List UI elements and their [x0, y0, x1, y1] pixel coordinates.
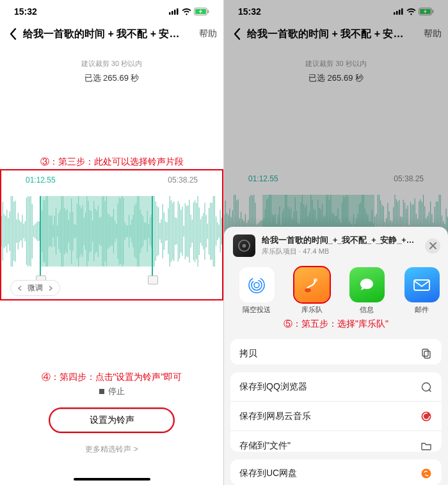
- qqbrowser-icon: [420, 381, 432, 393]
- share-file-subtitle: 库乐队项目 · 47.4 MB: [262, 247, 419, 256]
- trim-hint: 建议裁剪 30 秒以内 已选 265.69 秒: [0, 59, 223, 84]
- svg-point-332: [254, 283, 259, 288]
- annotation-step4: ④：第四步：点击"设置为铃声"即可: [0, 372, 223, 383]
- svg-point-335: [305, 288, 311, 292]
- fine-tune-label: 微调: [28, 283, 43, 293]
- chevron-left-icon: [10, 28, 17, 40]
- svg-rect-339: [424, 351, 430, 358]
- share-app-label: 邮件: [415, 305, 429, 315]
- close-icon: [429, 242, 436, 249]
- set-ringtone-button[interactable]: 设置为铃声: [50, 409, 173, 432]
- fine-tune-button[interactable]: 微调: [10, 280, 60, 296]
- airdrop-icon: [246, 274, 268, 296]
- mail-icon: [411, 274, 433, 296]
- action-label: 保存到QQ浏览器: [239, 381, 307, 393]
- annotation-step5: ⑤：第五步：选择"库乐队": [224, 318, 448, 330]
- svg-point-331: [243, 244, 246, 248]
- home-indicator[interactable]: [74, 478, 150, 481]
- status-icons: [169, 8, 209, 15]
- share-app-mail[interactable]: 邮件: [396, 267, 448, 315]
- share-app-messages[interactable]: 信息: [340, 267, 393, 315]
- share-file-title: 给我一首歌的时间_+_我不配_+_安静_+_…: [262, 235, 419, 246]
- action-files[interactable]: 存储到"文件": [230, 431, 442, 451]
- waveform-editor[interactable]: 01:12.55 05:38.25 微调: [0, 169, 223, 300]
- copy-icon: [420, 348, 432, 359]
- svg-point-342: [422, 469, 431, 479]
- back-button[interactable]: [6, 28, 19, 40]
- stop-icon: [99, 389, 104, 394]
- more-ringtones-link[interactable]: 更多精选铃声 >: [0, 444, 223, 455]
- share-app-label: 信息: [360, 305, 374, 315]
- svg-point-333: [252, 280, 262, 290]
- left-screenshot: 15:32 给我一首歌的时间 + 我不配 + 安… 帮助 建议裁剪 30 秒以内…: [0, 0, 224, 485]
- uc-icon: [420, 468, 432, 479]
- hint-line1: 建议裁剪 30 秒以内: [0, 59, 223, 69]
- header: 给我一首歌的时间 + 我不配 + 安… 帮助: [0, 23, 223, 45]
- garageband-icon: [300, 274, 323, 297]
- selection-handle-start[interactable]: [40, 196, 41, 278]
- chevron-right-icon: [48, 286, 53, 291]
- svg-rect-337: [414, 280, 429, 290]
- action-copy[interactable]: 拷贝: [230, 339, 442, 365]
- hint-line2: 已选 265.69 秒: [0, 72, 223, 84]
- action-label: 存储到"文件": [239, 440, 291, 452]
- set-ringtone-label: 设置为铃声: [90, 415, 134, 426]
- clip-end-time: 05:38.25: [168, 176, 198, 185]
- clip-start-time: 01:12.55: [26, 176, 56, 185]
- close-share-button[interactable]: [425, 238, 440, 254]
- waveform-icon: [1, 196, 222, 267]
- file-thumbnail: [233, 234, 255, 257]
- stop-label: 停止: [108, 386, 125, 397]
- share-app-garageband[interactable]: 库乐队: [285, 267, 338, 315]
- svg-rect-6: [208, 10, 209, 13]
- selection-handle-end[interactable]: [152, 196, 153, 278]
- action-label: 保存到网易云音乐: [239, 411, 311, 422]
- stop-button[interactable]: 停止: [99, 386, 125, 397]
- help-link[interactable]: 帮助: [199, 28, 217, 40]
- svg-rect-338: [422, 349, 428, 356]
- share-app-label: 隔空投送: [243, 305, 271, 315]
- svg-point-336: [314, 278, 317, 282]
- folder-icon: [420, 440, 432, 452]
- action-label: 拷贝: [239, 348, 257, 359]
- share-actions-3: 保存到UC网盘: [230, 459, 442, 485]
- signal-icon: [169, 8, 179, 15]
- right-screenshot: 15:32 给我一首歌的时间 + 我不配 + 安… 帮助 建议裁剪 30 秒以内…: [224, 0, 448, 485]
- svg-rect-2: [174, 10, 176, 15]
- svg-rect-1: [172, 11, 173, 15]
- annotation-step3: ③：第三步：此处可以选择铃声片段: [0, 156, 223, 168]
- action-ucpan[interactable]: 保存到UC网盘: [230, 459, 442, 485]
- svg-rect-3: [177, 8, 179, 15]
- garageband-file-icon: [237, 238, 252, 253]
- share-actions-2: 保存到QQ浏览器 保存到网易云音乐 存储到"文件": [230, 372, 442, 451]
- action-netease[interactable]: 保存到网易云音乐: [230, 401, 442, 431]
- share-sheet: 给我一首歌的时间_+_我不配_+_安静_+_… 库乐队项目 · 47.4 MB …: [224, 227, 448, 485]
- share-app-row[interactable]: 隔空投送 库乐队 信息 邮件: [224, 263, 448, 316]
- page-title: 给我一首歌的时间 + 我不配 + 安…: [23, 28, 195, 41]
- battery-icon: [194, 8, 209, 15]
- wifi-icon: [182, 8, 191, 15]
- chevron-left-icon: [17, 286, 22, 291]
- messages-icon: [356, 275, 377, 295]
- action-label: 保存到UC网盘: [239, 468, 297, 479]
- share-app-airdrop[interactable]: 隔空投送: [230, 267, 283, 315]
- action-qqbrowser[interactable]: 保存到QQ浏览器: [230, 372, 442, 401]
- share-app-label: 库乐队: [301, 305, 323, 315]
- status-bar: 15:32: [0, 0, 223, 23]
- svg-rect-0: [169, 12, 171, 15]
- status-time: 15:32: [14, 6, 37, 17]
- share-actions: 拷贝: [230, 339, 442, 365]
- netease-icon: [420, 411, 432, 422]
